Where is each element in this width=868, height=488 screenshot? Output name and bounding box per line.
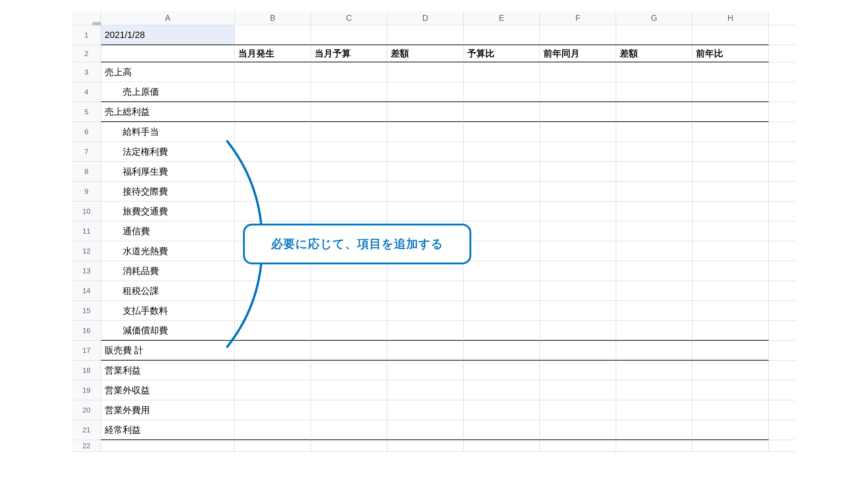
row-header-22[interactable]: 22 bbox=[72, 440, 101, 452]
cell-F11[interactable] bbox=[540, 221, 616, 241]
cell-G10[interactable] bbox=[616, 201, 692, 221]
cell-E21[interactable] bbox=[464, 420, 540, 440]
cell-F20[interactable] bbox=[540, 400, 616, 420]
row-header-13[interactable]: 13 bbox=[72, 261, 101, 281]
cell-A11[interactable]: 通信費 bbox=[101, 221, 235, 241]
cell-C8[interactable] bbox=[311, 162, 387, 182]
cell-F9[interactable] bbox=[540, 182, 616, 201]
cell-D9[interactable] bbox=[388, 182, 464, 201]
cell-E19[interactable] bbox=[464, 381, 540, 400]
cell-D6[interactable] bbox=[388, 122, 464, 142]
cell-F16[interactable] bbox=[540, 321, 616, 341]
cell-C21[interactable] bbox=[311, 420, 388, 440]
cell-G19[interactable] bbox=[616, 381, 692, 400]
cell-H1[interactable] bbox=[692, 25, 769, 45]
cell-A15[interactable]: 支払手数料 bbox=[101, 301, 235, 321]
cell-H7[interactable] bbox=[692, 142, 769, 162]
cell-E16[interactable] bbox=[464, 321, 540, 341]
cell-C7[interactable] bbox=[311, 142, 387, 162]
cell-D16[interactable] bbox=[388, 321, 464, 341]
cell-F6[interactable] bbox=[540, 122, 616, 142]
cell-H10[interactable] bbox=[692, 201, 769, 221]
cell-B3[interactable] bbox=[235, 62, 311, 82]
cell-C10[interactable] bbox=[311, 201, 387, 221]
cell-E11[interactable] bbox=[464, 221, 540, 241]
cell-B20[interactable] bbox=[235, 400, 311, 420]
cell-C18[interactable] bbox=[311, 361, 388, 381]
cell-C14[interactable] bbox=[311, 281, 387, 301]
cell-H12[interactable] bbox=[692, 241, 769, 261]
cell-G5[interactable] bbox=[616, 102, 692, 122]
cell-A20[interactable]: 営業外費用 bbox=[101, 400, 235, 420]
cell-F14[interactable] bbox=[540, 281, 616, 301]
cell-A19[interactable]: 営業外収益 bbox=[101, 381, 235, 400]
cell-D15[interactable] bbox=[388, 301, 464, 321]
row-header-3[interactable]: 3 bbox=[72, 62, 101, 82]
row-header-12[interactable]: 12 bbox=[72, 241, 101, 261]
cell-H16[interactable] bbox=[692, 321, 769, 341]
row-header-2[interactable]: 2 bbox=[72, 45, 101, 62]
cell-E1[interactable] bbox=[464, 25, 540, 45]
cell-B14[interactable] bbox=[235, 281, 311, 301]
cell-A9[interactable]: 接待交際費 bbox=[101, 182, 235, 201]
cell-D10[interactable] bbox=[388, 201, 464, 221]
column-header-A[interactable]: A bbox=[101, 11, 235, 25]
cell-H18[interactable] bbox=[692, 361, 769, 381]
cell-H3[interactable] bbox=[692, 62, 769, 82]
row-header-18[interactable]: 18 bbox=[72, 361, 101, 381]
cell-C1[interactable] bbox=[311, 25, 388, 45]
cell-A2[interactable] bbox=[101, 45, 235, 62]
column-header-C[interactable]: C bbox=[311, 11, 387, 25]
row-header-14[interactable]: 14 bbox=[72, 281, 101, 301]
cell-A12[interactable]: 水道光熱費 bbox=[101, 241, 235, 261]
cell-D14[interactable] bbox=[388, 281, 464, 301]
cell-B7[interactable] bbox=[235, 142, 311, 162]
cell-D7[interactable] bbox=[388, 142, 464, 162]
row-header-19[interactable]: 19 bbox=[72, 381, 101, 400]
column-header-E[interactable]: E bbox=[464, 11, 540, 25]
cell-H9[interactable] bbox=[692, 182, 769, 201]
cell-B4[interactable] bbox=[235, 82, 311, 102]
cell-D4[interactable] bbox=[388, 82, 464, 102]
cell-G20[interactable] bbox=[616, 400, 692, 420]
cell-F19[interactable] bbox=[540, 381, 616, 400]
cell-D1[interactable] bbox=[387, 25, 464, 45]
column-header-G[interactable]: G bbox=[616, 11, 692, 25]
cell-G18[interactable] bbox=[616, 361, 692, 381]
row-header-10[interactable]: 10 bbox=[72, 201, 101, 221]
cell-E9[interactable] bbox=[464, 182, 540, 201]
cell-F3[interactable] bbox=[540, 62, 616, 82]
select-all-corner[interactable] bbox=[72, 11, 101, 25]
cell-C19[interactable] bbox=[311, 381, 388, 400]
cell-F17[interactable] bbox=[540, 341, 616, 361]
cell-G1[interactable] bbox=[616, 25, 692, 45]
row-header-4[interactable]: 4 bbox=[72, 82, 101, 102]
cell-F15[interactable] bbox=[540, 301, 616, 321]
cell-G17[interactable] bbox=[616, 341, 692, 361]
cell-H8[interactable] bbox=[692, 162, 769, 182]
column-header-H[interactable]: H bbox=[692, 11, 769, 25]
cell-B22[interactable] bbox=[235, 440, 311, 452]
cell-E12[interactable] bbox=[464, 241, 540, 261]
cell-G6[interactable] bbox=[616, 122, 692, 142]
cell-A5[interactable]: 売上総利益 bbox=[101, 102, 235, 122]
cell-C2[interactable]: 当月予算 bbox=[311, 45, 388, 62]
cell-D17[interactable] bbox=[387, 341, 464, 361]
cell-A18[interactable]: 営業利益 bbox=[101, 361, 235, 381]
cell-F1[interactable] bbox=[540, 25, 616, 45]
cell-B6[interactable] bbox=[235, 122, 311, 142]
cell-G13[interactable] bbox=[616, 261, 692, 281]
cell-E13[interactable] bbox=[464, 261, 540, 281]
cell-B17[interactable] bbox=[235, 341, 311, 361]
cell-E4[interactable] bbox=[464, 82, 540, 102]
cell-F22[interactable] bbox=[540, 440, 616, 452]
cell-C6[interactable] bbox=[311, 122, 387, 142]
cell-D8[interactable] bbox=[388, 162, 464, 182]
cell-G16[interactable] bbox=[616, 321, 692, 341]
row-header-11[interactable]: 11 bbox=[72, 221, 101, 241]
cell-F5[interactable] bbox=[540, 102, 616, 122]
cell-H17[interactable] bbox=[692, 341, 769, 361]
cell-H21[interactable] bbox=[692, 420, 769, 440]
cell-B2[interactable]: 当月発生 bbox=[235, 45, 311, 62]
cell-D5[interactable] bbox=[387, 102, 464, 122]
